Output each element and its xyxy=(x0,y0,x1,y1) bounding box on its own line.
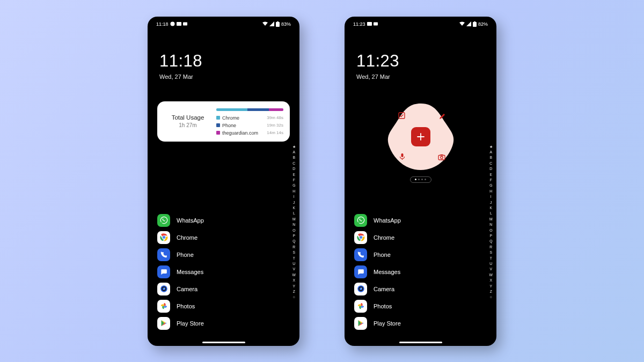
camera-icon[interactable] xyxy=(438,154,445,160)
az-letter[interactable]: A xyxy=(489,150,493,155)
signal-icon xyxy=(269,21,274,26)
az-letter[interactable]: F xyxy=(292,178,296,183)
az-letter[interactable]: X xyxy=(489,278,493,283)
az-letter[interactable]: P xyxy=(489,233,493,239)
svg-rect-18 xyxy=(399,113,405,119)
az-letter[interactable]: W xyxy=(489,272,493,278)
az-letter[interactable]: T xyxy=(489,256,493,261)
az-letter[interactable]: ★ xyxy=(489,144,493,150)
status-time: 11:18 xyxy=(156,21,169,27)
az-letter[interactable]: J xyxy=(292,200,296,205)
app-play[interactable]: Play Store xyxy=(354,317,401,330)
az-letter[interactable]: A xyxy=(292,150,296,155)
az-letter[interactable]: L xyxy=(489,211,493,216)
az-letter[interactable]: D xyxy=(292,166,296,172)
digital-wellbeing-widget[interactable]: Total Usage 1h 27m Chrome39m 48s Phone19… xyxy=(157,101,290,142)
az-letter[interactable]: Y xyxy=(292,284,296,289)
az-letter[interactable]: Z xyxy=(292,289,296,294)
az-letter[interactable]: G xyxy=(292,183,296,188)
az-letter[interactable]: S xyxy=(489,250,493,255)
az-letter[interactable]: M xyxy=(292,217,296,222)
app-photos[interactable]: Photos xyxy=(157,300,204,313)
az-letter[interactable]: N xyxy=(489,222,493,227)
clock-widget[interactable]: 11:23 Wed, 27 Mar xyxy=(345,27,496,80)
az-letter[interactable]: I xyxy=(489,194,493,200)
az-letter[interactable]: Q xyxy=(489,239,493,244)
app-photos[interactable]: Photos xyxy=(354,300,401,313)
az-letter[interactable]: E xyxy=(292,172,296,178)
camera-icon xyxy=(157,283,170,295)
phone-left: 11:18 83% 11:18 Wed, 27 Mar Total Usage … xyxy=(148,17,299,346)
app-chrome[interactable]: Chrome xyxy=(157,231,204,244)
app-label: Phone xyxy=(374,252,391,258)
az-letter[interactable]: R xyxy=(489,245,493,250)
az-letter[interactable]: ★ xyxy=(292,144,296,150)
az-letter[interactable]: H xyxy=(489,189,493,194)
app-label: Messages xyxy=(374,269,400,275)
app-whatsapp[interactable]: WhatsApp xyxy=(157,214,204,227)
az-letter[interactable]: C xyxy=(489,161,493,166)
az-letter[interactable]: X xyxy=(292,278,296,283)
az-letter[interactable]: Q xyxy=(292,239,296,244)
az-letter[interactable]: ○ xyxy=(489,294,493,300)
home-indicator[interactable] xyxy=(202,342,245,343)
az-letter[interactable]: V xyxy=(489,267,493,272)
az-letter[interactable]: ○ xyxy=(292,294,296,300)
app-messages[interactable]: Messages xyxy=(157,265,204,278)
az-letter[interactable]: K xyxy=(292,205,296,211)
app-messages[interactable]: Messages xyxy=(354,265,401,278)
az-letter[interactable]: K xyxy=(489,205,493,211)
az-letter[interactable]: S xyxy=(292,250,296,255)
checkbox-icon[interactable] xyxy=(398,112,405,119)
az-letter[interactable]: U xyxy=(292,261,296,267)
app-whatsapp[interactable]: WhatsApp xyxy=(354,214,401,227)
app-label: Photos xyxy=(177,303,195,309)
pager-dot xyxy=(425,179,426,180)
az-letter[interactable]: G xyxy=(489,183,493,188)
app-camera[interactable]: Camera xyxy=(157,283,204,295)
az-letter[interactable]: Z xyxy=(489,289,493,294)
clock-widget[interactable]: 11:18 Wed, 27 Mar xyxy=(148,27,299,80)
alpha-index[interactable]: ★ABCDEFGHIJKLMNOPQRSTUVWXYZ○ xyxy=(489,144,493,300)
pen-icon[interactable] xyxy=(438,113,445,120)
widget-pager[interactable] xyxy=(410,176,431,183)
keep-widget[interactable] xyxy=(383,101,458,172)
phone-right: 11:23 82% 11:23 Wed, 27 Mar xyxy=(345,17,496,346)
az-letter[interactable]: I xyxy=(292,194,296,200)
az-letter[interactable]: D xyxy=(489,166,493,172)
app-label: Camera xyxy=(177,286,197,292)
az-letter[interactable]: V xyxy=(292,267,296,272)
whatsapp-icon xyxy=(354,214,367,227)
az-letter[interactable]: B xyxy=(292,155,296,160)
az-letter[interactable]: U xyxy=(489,261,493,267)
app-chrome[interactable]: Chrome xyxy=(354,231,401,244)
az-letter[interactable]: P xyxy=(292,233,296,239)
az-letter[interactable]: Y xyxy=(489,284,493,289)
app-camera[interactable]: Camera xyxy=(354,283,401,295)
battery-percent: 83% xyxy=(281,21,291,27)
az-letter[interactable]: J xyxy=(489,200,493,205)
alpha-index[interactable]: ★ABCDEFGHIJKLMNOPQRSTUVWXYZ○ xyxy=(292,144,296,300)
az-letter[interactable]: E xyxy=(489,172,493,178)
az-letter[interactable]: O xyxy=(292,228,296,233)
svg-point-31 xyxy=(361,288,362,289)
az-letter[interactable]: N xyxy=(292,222,296,227)
az-letter[interactable]: F xyxy=(489,178,493,183)
az-letter[interactable]: T xyxy=(292,256,296,261)
home-indicator[interactable] xyxy=(399,342,442,343)
keep-add-button[interactable] xyxy=(411,127,430,146)
az-letter[interactable]: O xyxy=(489,228,493,233)
az-letter[interactable]: C xyxy=(292,161,296,166)
app-play[interactable]: Play Store xyxy=(157,317,204,330)
az-letter[interactable]: R xyxy=(292,245,296,250)
az-letter[interactable]: L xyxy=(292,211,296,216)
az-letter[interactable]: H xyxy=(292,189,296,194)
app-phone[interactable]: Phone xyxy=(157,248,204,261)
dw-usage-bar xyxy=(216,108,283,111)
az-letter[interactable]: B xyxy=(489,155,493,160)
app-phone[interactable]: Phone xyxy=(354,248,401,261)
az-letter[interactable]: M xyxy=(489,217,493,222)
az-letter[interactable]: W xyxy=(292,272,296,278)
play-icon xyxy=(354,317,367,330)
mic-icon[interactable] xyxy=(399,153,405,160)
